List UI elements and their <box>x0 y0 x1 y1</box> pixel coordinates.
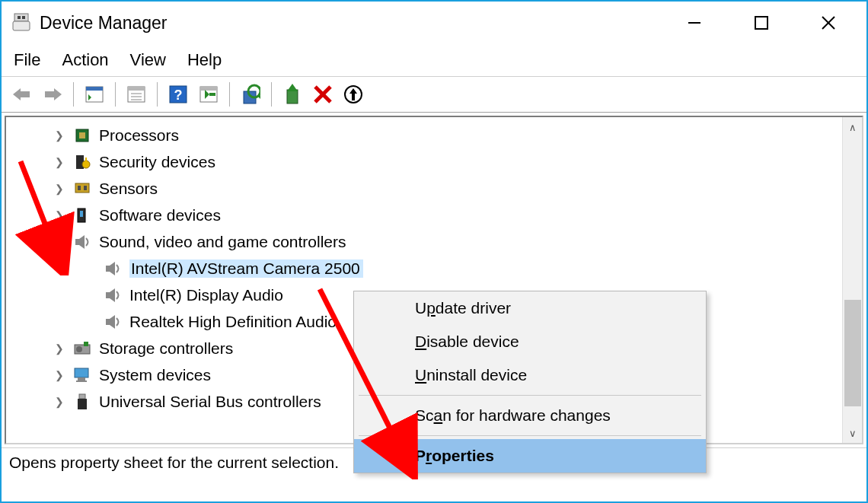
speaker-icon <box>104 286 122 304</box>
maximize-button[interactable] <box>746 11 777 34</box>
tree-node-software-devices[interactable]: ❯ Software devices <box>6 202 842 228</box>
tree-node-processors[interactable]: ❯ Processors <box>6 122 842 148</box>
chevron-right-icon[interactable]: ❯ <box>52 208 67 223</box>
svg-rect-60 <box>78 399 87 409</box>
menu-separator <box>359 435 701 436</box>
scan-hardware-button[interactable] <box>196 81 222 107</box>
svg-rect-2 <box>22 16 25 19</box>
svg-rect-41 <box>78 186 81 190</box>
svg-point-54 <box>76 346 82 352</box>
chevron-right-icon[interactable]: ❯ <box>52 341 67 356</box>
system-icon <box>73 366 91 384</box>
svg-rect-40 <box>75 183 89 193</box>
status-text: Opens property sheet for the current sel… <box>9 454 339 472</box>
vertical-scrollbar[interactable]: ∧ ∨ <box>842 117 862 443</box>
svg-marker-8 <box>13 88 21 100</box>
svg-rect-3 <box>13 21 30 30</box>
forward-button[interactable] <box>40 81 65 107</box>
svg-marker-10 <box>54 88 62 100</box>
svg-rect-51 <box>106 319 110 325</box>
tree-node-security-devices[interactable]: ❯ Security devices <box>6 148 842 175</box>
svg-rect-16 <box>128 87 145 91</box>
svg-rect-42 <box>84 186 87 190</box>
tree-label: Intel(R) AVStream Camera 2500 <box>129 259 363 278</box>
tree-node-sound-video[interactable]: ⌄ Sound, video and game controllers <box>6 228 842 255</box>
chevron-right-icon[interactable]: ❯ <box>52 368 67 383</box>
scroll-up-icon[interactable]: ∧ <box>843 117 863 137</box>
app-icon <box>11 12 32 33</box>
menu-properties[interactable]: Properties <box>354 439 706 473</box>
menu-action[interactable]: Action <box>62 50 108 70</box>
uninstall-device-button[interactable] <box>340 81 366 107</box>
menu-separator <box>359 395 701 396</box>
svg-line-28 <box>259 96 260 99</box>
svg-rect-5 <box>755 17 767 29</box>
menu-uninstall-device[interactable]: Uninstall device <box>354 358 706 392</box>
svg-rect-58 <box>76 380 87 382</box>
svg-rect-23 <box>200 87 217 91</box>
speaker-icon <box>73 233 91 251</box>
svg-rect-25 <box>209 93 215 96</box>
svg-marker-34 <box>349 88 357 100</box>
svg-rect-29 <box>287 90 298 103</box>
security-icon <box>73 153 91 171</box>
svg-rect-9 <box>21 91 30 97</box>
context-menu: Update driver Disable device Uninstall d… <box>353 291 707 473</box>
svg-marker-50 <box>110 288 115 302</box>
menu-scan-hardware[interactable]: Scan for hardware changes <box>354 399 706 432</box>
svg-rect-1 <box>18 16 21 19</box>
update-driver-button[interactable] <box>238 81 263 107</box>
chevron-right-icon[interactable]: ❯ <box>52 394 67 409</box>
menu-help[interactable]: Help <box>187 50 222 70</box>
tree-label: Software devices <box>99 206 221 224</box>
svg-rect-45 <box>75 239 79 245</box>
cpu-icon <box>73 126 91 145</box>
tree-label: Realtek High Definition Audio <box>129 313 337 331</box>
tree-label: System devices <box>99 366 211 384</box>
svg-marker-30 <box>287 84 298 91</box>
tree-node-avstream-camera[interactable]: Intel(R) AVStream Camera 2500 <box>6 255 842 282</box>
menubar: File Action View Help <box>2 44 866 76</box>
svg-rect-49 <box>106 292 110 298</box>
tree-label: Processors <box>99 126 179 145</box>
close-button[interactable] <box>813 11 844 34</box>
svg-rect-47 <box>106 266 110 272</box>
menu-view[interactable]: View <box>130 50 166 70</box>
disable-device-button[interactable] <box>310 81 336 107</box>
minimize-button[interactable] <box>679 11 710 34</box>
tree-label: Storage controllers <box>99 339 233 358</box>
svg-rect-59 <box>79 394 85 399</box>
svg-rect-44 <box>80 211 83 217</box>
titlebar: Device Manager <box>2 2 866 44</box>
menu-file[interactable]: File <box>14 50 40 70</box>
help-button[interactable]: ? <box>165 81 191 107</box>
svg-rect-36 <box>79 132 85 138</box>
scroll-down-icon[interactable]: ∨ <box>843 423 863 443</box>
back-button[interactable] <box>9 81 35 107</box>
toolbar: ? <box>2 76 866 113</box>
device-manager-window: Device Manager File Action View Help <box>0 0 868 503</box>
storage-icon <box>73 339 91 358</box>
chevron-right-icon[interactable]: ❯ <box>52 128 67 143</box>
enable-device-button[interactable] <box>279 81 305 107</box>
software-icon <box>73 206 91 224</box>
speaker-icon <box>104 259 122 278</box>
tree-label: Sensors <box>99 180 158 198</box>
svg-rect-57 <box>78 377 85 380</box>
speaker-icon <box>104 313 122 331</box>
menu-disable-device[interactable]: Disable device <box>354 325 706 358</box>
svg-rect-39 <box>85 158 87 162</box>
chevron-right-icon[interactable]: ❯ <box>52 181 67 196</box>
chevron-right-icon[interactable]: ❯ <box>52 154 67 170</box>
chevron-down-icon[interactable]: ⌄ <box>52 234 67 250</box>
scroll-thumb[interactable] <box>844 300 861 406</box>
properties-button[interactable] <box>123 81 149 107</box>
tree-label: Intel(R) Display Audio <box>129 286 283 304</box>
tree-node-sensors[interactable]: ❯ Sensors <box>6 175 842 202</box>
menu-update-driver[interactable]: Update driver <box>354 291 706 325</box>
sensor-icon <box>73 180 91 198</box>
show-hide-tree-button[interactable] <box>81 81 107 107</box>
svg-marker-48 <box>110 262 115 275</box>
svg-marker-52 <box>110 315 115 329</box>
usb-icon <box>73 393 91 411</box>
